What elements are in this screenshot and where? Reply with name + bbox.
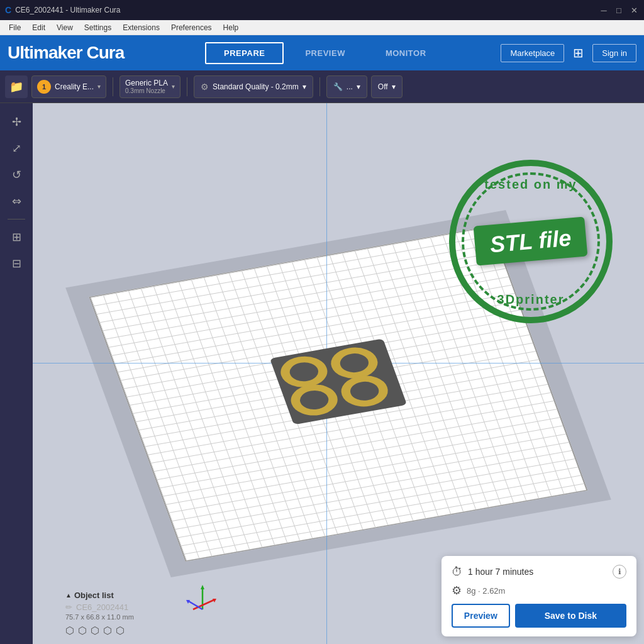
svg-marker-1 xyxy=(201,585,204,589)
menu-file[interactable]: File xyxy=(4,22,26,33)
save-to-disk-button[interactable]: Save to Disk xyxy=(515,604,626,628)
object-list-header: ▲ Object list xyxy=(65,591,134,600)
titlebar: C CE6_2002441 - Ultimaker Cura ─ □ ✕ xyxy=(0,0,644,20)
tab-prepare[interactable]: PREPARE xyxy=(205,42,284,64)
time-text: 1 hour 7 minutes xyxy=(468,567,533,577)
titlebar-left: C CE6_2002441 - Ultimaker Cura xyxy=(5,5,121,15)
menu-edit[interactable]: Edit xyxy=(27,22,50,33)
printer-badge: 1 xyxy=(37,80,51,94)
material-selector[interactable]: Generic PLA 0.3mm Nozzle ▾ xyxy=(119,75,180,98)
object-edit-icon: ✏ xyxy=(65,602,72,612)
rotate-tool[interactable]: ↺ xyxy=(5,164,28,186)
menu-help[interactable]: Help xyxy=(218,22,244,33)
quality-label: Standard Quality - 0.2mm xyxy=(213,82,299,91)
object-delete-icon[interactable]: ⬡ xyxy=(103,625,112,636)
svg-line-2 xyxy=(193,600,214,609)
object-arrange-icon[interactable]: ⬡ xyxy=(91,625,99,636)
adhesion-selector[interactable]: Off ▾ xyxy=(371,75,402,98)
print-info-panel: ⏱ 1 hour 7 minutes ℹ ⚙ 8g · 2.62m Previe… xyxy=(441,556,636,636)
material-dropdown-arrow: ▾ xyxy=(172,83,175,90)
stamp-bottom-text: 3Dprinter xyxy=(497,292,565,307)
app-logo: Ultimaker Cura xyxy=(8,43,124,63)
printer-selector[interactable]: 1 Creality E... ▾ xyxy=(31,75,106,98)
support-selector[interactable]: 🔧 ... ▾ xyxy=(326,75,367,98)
quality-dropdown-arrow: ▾ xyxy=(303,82,306,91)
signin-button[interactable]: Sign in xyxy=(592,44,636,62)
toolbar-divider-3 xyxy=(319,77,320,96)
toolbar-divider-1 xyxy=(113,77,113,96)
scale-tool[interactable]: ⤢ xyxy=(5,137,28,160)
navbar: Ultimaker Cura PREPARE PREVIEW MONITOR M… xyxy=(0,35,644,70)
per-model-settings[interactable]: ⊞ xyxy=(5,226,28,248)
adhesion-label: Off xyxy=(378,82,388,91)
nav-right: Marketplace ⊞ Sign in xyxy=(501,44,636,62)
material-info: Generic PLA 0.3mm Nozzle xyxy=(125,79,168,94)
app-icon: C xyxy=(5,5,11,15)
object-list-label: Object list xyxy=(74,591,114,600)
grid-icon[interactable]: ⊞ xyxy=(573,45,584,60)
printer-name: Creality E... xyxy=(55,82,94,91)
tab-monitor[interactable]: MONITOR xyxy=(367,42,445,64)
window-title: CE6_2002441 - Ultimaker Cura xyxy=(15,6,120,14)
adhesion-arrow: ▾ xyxy=(392,82,396,91)
stamp-top-text: tested on my xyxy=(484,177,577,192)
quality-settings-icon: ⚙ xyxy=(201,82,209,92)
stamp-line1: STL file xyxy=(489,225,573,258)
viewport[interactable]: tested on my STL file 3Dprinter ▲ xyxy=(33,103,644,644)
time-info-button[interactable]: ℹ xyxy=(613,565,626,579)
tool-separator xyxy=(8,219,25,219)
time-row: ⏱ 1 hour 7 minutes ℹ xyxy=(452,565,626,579)
logo-light: Ultimaker xyxy=(8,43,82,62)
tested-stamp: tested on my STL file 3Dprinter xyxy=(443,153,619,330)
axes-indicator xyxy=(184,581,221,619)
open-folder-button[interactable]: 📁 xyxy=(5,75,28,98)
support-arrow: ▾ xyxy=(357,82,360,91)
marketplace-button[interactable]: Marketplace xyxy=(501,44,564,62)
menu-preferences[interactable]: Preferences xyxy=(166,22,217,33)
close-button[interactable]: ✕ xyxy=(629,5,639,15)
move-tool[interactable]: ✢ xyxy=(5,111,28,133)
object-list-panel: ▲ Object list ✏ CE6_2002441 75.7 x 66.8 … xyxy=(65,591,134,636)
titlebar-controls: ─ □ ✕ xyxy=(599,5,639,15)
object-duplicate-icon[interactable]: ⬡ xyxy=(78,625,87,636)
menubar: File Edit View Settings Extensions Prefe… xyxy=(0,20,644,35)
minimize-button[interactable]: ─ xyxy=(599,5,609,15)
material-row: ⚙ 8g · 2.62m xyxy=(452,584,626,597)
object-dimensions: 75.7 x 66.8 x 11.0 mm xyxy=(65,613,134,621)
object-settings-icon[interactable]: ⬡ xyxy=(116,625,125,636)
left-toolbar: ✢ ⤢ ↺ ⇔ ⊞ ⊟ xyxy=(0,103,33,644)
time-row-left: ⏱ 1 hour 7 minutes xyxy=(452,565,533,579)
material-row-left: ⚙ 8g · 2.62m xyxy=(452,584,505,597)
object-item-name: CE6_2002441 xyxy=(76,602,128,612)
support-label: ... xyxy=(347,82,353,91)
action-buttons: Preview Save to Disk xyxy=(452,604,626,628)
support-icon: 🔧 xyxy=(333,82,343,91)
support-blocker[interactable]: ⊟ xyxy=(5,252,28,275)
object-view-icon[interactable]: ⬡ xyxy=(65,625,74,636)
tab-preview[interactable]: PREVIEW xyxy=(286,42,364,64)
menu-settings[interactable]: Settings xyxy=(79,22,116,33)
preview-button[interactable]: Preview xyxy=(452,604,510,628)
printer-dropdown-arrow: ▾ xyxy=(97,83,101,90)
main-area: ✢ ⤢ ↺ ⇔ ⊞ ⊟ teste xyxy=(0,103,644,644)
logo-bold: Cura xyxy=(82,43,125,62)
quality-selector[interactable]: ⚙ Standard Quality - 0.2mm ▾ xyxy=(194,75,313,98)
mirror-tool[interactable]: ⇔ xyxy=(5,190,28,213)
maximize-button[interactable]: □ xyxy=(614,5,624,15)
material-name: Generic PLA xyxy=(125,79,168,87)
menu-extensions[interactable]: Extensions xyxy=(118,22,165,33)
material-usage-text: 8g · 2.62m xyxy=(467,586,505,596)
nav-tabs: PREPARE PREVIEW MONITOR xyxy=(149,42,501,64)
object-list-arrow: ▲ xyxy=(65,592,72,599)
toolbar: 📁 1 Creality E... ▾ Generic PLA 0.3mm No… xyxy=(0,70,644,103)
time-icon: ⏱ xyxy=(452,565,463,579)
material-sub: 0.3mm Nozzle xyxy=(125,87,168,94)
object-list-icon-row: ✏ CE6_2002441 xyxy=(65,602,134,612)
stamp-circle: tested on my STL file 3Dprinter xyxy=(449,160,613,323)
object-action-icons: ⬡ ⬡ ⬡ ⬡ ⬡ xyxy=(65,625,134,636)
material-usage-icon: ⚙ xyxy=(452,584,462,597)
menu-view[interactable]: View xyxy=(52,22,78,33)
toolbar-divider-2 xyxy=(187,77,187,96)
